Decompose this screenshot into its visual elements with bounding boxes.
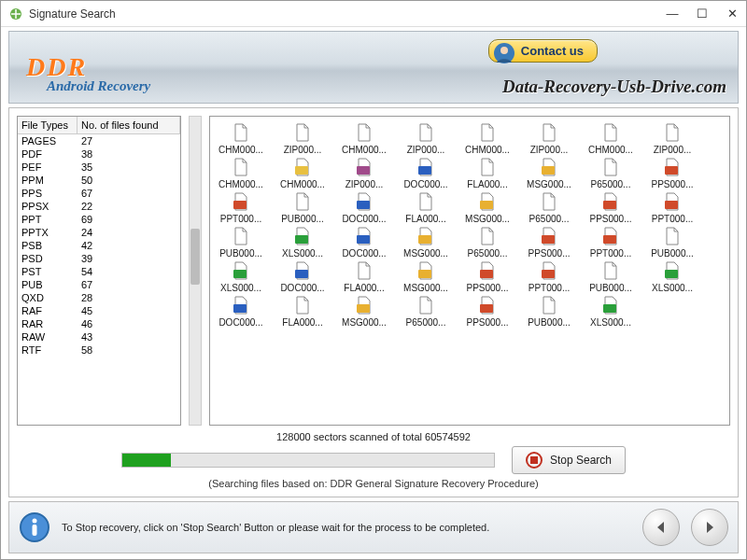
file-item[interactable]: PPS000... (522, 226, 576, 259)
file-label: ZIP000... (399, 145, 453, 155)
file-item[interactable]: PPS000... (460, 295, 514, 328)
file-item[interactable]: MSG000... (460, 191, 514, 224)
file-item[interactable]: CHM000... (214, 122, 268, 155)
file-item[interactable]: MSG000... (522, 157, 576, 189)
file-item[interactable]: CHM000... (460, 122, 514, 155)
file-types-table: File Types No. of files found PAGES27PDF… (17, 116, 181, 426)
file-item[interactable]: PPT000... (522, 260, 576, 293)
cell-count: 43 (78, 330, 180, 343)
table-row[interactable]: PUB67 (18, 278, 180, 291)
stop-search-button[interactable]: Stop Search (512, 446, 626, 474)
back-button[interactable] (642, 509, 680, 546)
file-item[interactable]: FLA000... (460, 157, 514, 189)
file-type-icon (600, 260, 621, 281)
file-item[interactable]: PUB000... (275, 191, 330, 224)
file-label: CHM000... (337, 145, 391, 155)
file-item[interactable]: P65000... (584, 157, 638, 189)
cell-count: 39 (78, 252, 180, 265)
file-item[interactable]: P65000... (522, 191, 576, 224)
file-item[interactable]: PPT000... (584, 226, 638, 259)
table-row[interactable]: PSD39 (18, 252, 180, 265)
file-item[interactable]: PPS000... (645, 157, 699, 189)
file-item[interactable]: FLA000... (275, 295, 330, 328)
file-item[interactable]: DOC000... (337, 191, 391, 224)
file-item[interactable]: FLA000... (399, 191, 453, 224)
table-row[interactable]: PPTX24 (18, 226, 180, 239)
file-item[interactable]: ZIP000... (399, 122, 453, 155)
minimize-button[interactable]: — (666, 7, 679, 21)
file-item[interactable]: DOC000... (337, 226, 391, 259)
file-item[interactable]: XLS000... (214, 260, 268, 293)
table-row[interactable]: PEF35 (18, 161, 180, 174)
file-item[interactable]: CHM000... (214, 157, 268, 189)
col-file-types[interactable]: File Types (18, 117, 78, 133)
file-item[interactable]: PPS000... (584, 191, 638, 224)
table-row[interactable]: PDF38 (18, 147, 180, 161)
table-row[interactable]: RTF58 (18, 343, 180, 357)
file-item[interactable]: PPT000... (214, 191, 268, 224)
svg-rect-20 (418, 270, 431, 278)
left-scrollbar[interactable] (189, 116, 202, 426)
file-item[interactable]: PPS000... (460, 260, 514, 293)
file-type-icon (354, 122, 374, 143)
forward-button[interactable] (691, 509, 728, 546)
file-item[interactable]: P65000... (399, 295, 453, 328)
cell-type: RAF (18, 304, 78, 317)
table-row[interactable]: PAGES27 (18, 134, 180, 147)
file-item[interactable]: DOC000... (214, 295, 268, 328)
stop-icon (526, 452, 543, 469)
file-item[interactable]: ZIP000... (645, 122, 699, 155)
file-item[interactable]: CHM000... (275, 157, 330, 189)
cell-type: PPSX (18, 200, 78, 213)
table-row[interactable]: RAW43 (18, 330, 180, 343)
col-files-found[interactable]: No. of files found (78, 117, 180, 133)
table-row[interactable]: PPM50 (18, 174, 180, 187)
file-item[interactable]: PPT000... (645, 191, 699, 224)
file-item[interactable]: MSG000... (337, 295, 391, 328)
svg-rect-29 (530, 456, 538, 464)
maximize-button[interactable]: ☐ (696, 7, 709, 21)
cell-type: PPTX (18, 226, 78, 239)
file-item[interactable]: CHM000... (337, 122, 391, 155)
file-item[interactable]: ZIP000... (275, 122, 330, 155)
file-item[interactable]: ZIP000... (337, 157, 391, 189)
file-item[interactable]: CHM000... (584, 122, 638, 155)
file-label: PPS000... (522, 248, 576, 259)
svg-rect-27 (603, 304, 616, 313)
file-item[interactable]: XLS000... (584, 295, 638, 328)
file-item[interactable]: DOC000... (399, 157, 453, 189)
close-button[interactable]: ✕ (726, 7, 739, 21)
cell-count: 35 (78, 161, 180, 174)
svg-rect-8 (233, 201, 247, 209)
table-row[interactable]: RAF45 (18, 304, 180, 317)
progress-status: 128000 sectors scanned of total 60574592 (17, 431, 730, 442)
file-type-icon (662, 157, 683, 177)
table-row[interactable]: RAR46 (18, 317, 180, 330)
cell-type: RAW (18, 330, 78, 343)
file-item[interactable]: PUB000... (645, 226, 699, 259)
table-row[interactable]: PST54 (18, 265, 180, 278)
file-item[interactable]: PUB000... (214, 226, 268, 259)
scrollbar-thumb[interactable] (190, 229, 200, 285)
file-item[interactable]: ZIP000... (522, 122, 576, 155)
file-label: ZIP000... (337, 179, 391, 189)
table-row[interactable]: PPT69 (18, 213, 180, 226)
table-row[interactable]: PSB42 (18, 239, 180, 252)
file-item[interactable]: MSG000... (399, 260, 453, 293)
file-item[interactable]: PUB000... (522, 295, 576, 328)
content-panel: File Types No. of files found PAGES27PDF… (8, 107, 739, 497)
table-row[interactable]: QXD28 (18, 291, 180, 304)
file-label: DOC000... (214, 317, 268, 328)
table-row[interactable]: PPS67 (18, 187, 180, 200)
file-item[interactable]: P65000... (460, 226, 514, 259)
file-item[interactable]: DOC000... (275, 260, 330, 293)
file-item[interactable]: XLS000... (275, 226, 330, 259)
contact-us-button[interactable]: Contact us (488, 39, 598, 63)
table-row[interactable]: PPSX22 (18, 200, 180, 213)
file-item[interactable]: PUB000... (584, 260, 638, 293)
cell-type: PSD (18, 252, 78, 265)
file-item[interactable]: FLA000... (337, 260, 391, 293)
file-item[interactable]: XLS000... (645, 260, 699, 293)
file-item[interactable]: MSG000... (399, 226, 453, 259)
cell-type: QXD (18, 291, 78, 304)
